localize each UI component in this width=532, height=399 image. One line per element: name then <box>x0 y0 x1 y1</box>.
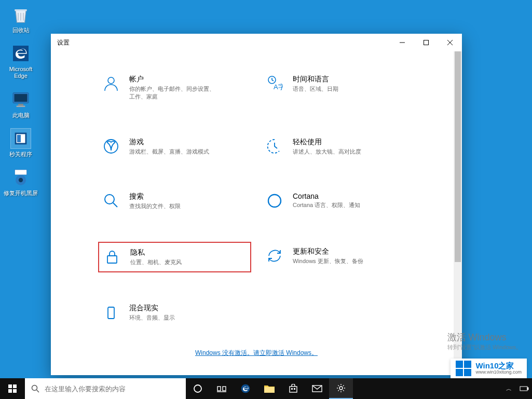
category-title: 时间和语言 <box>293 75 338 84</box>
icon-label: 回收站 <box>12 27 30 34</box>
brand-name: Win10之家 <box>475 362 522 370</box>
lock-icon <box>103 248 121 266</box>
recycle-bin-icon <box>10 4 31 25</box>
cortana-button[interactable] <box>186 378 210 399</box>
svg-rect-7 <box>15 170 26 175</box>
xbox-icon <box>102 137 120 155</box>
tray-chevron-up-icon[interactable]: ︿ <box>501 378 516 399</box>
svg-line-19 <box>113 203 117 207</box>
category-mixed-reality[interactable]: 混合现实 环境、音频、显示 <box>98 298 251 327</box>
search-input[interactable] <box>45 385 180 393</box>
taskbar-search[interactable] <box>25 378 186 399</box>
close-button[interactable] <box>438 34 462 51</box>
svg-rect-25 <box>8 389 12 393</box>
desktop-icon-quick-close[interactable]: 秒关程序 <box>3 128 38 158</box>
icon-label: 秒关程序 <box>9 151 32 158</box>
category-desc: 你的帐户、电子邮件、同步设置、工作、家庭 <box>129 85 217 101</box>
scrollbar[interactable]: ▲ ▼ <box>454 51 462 375</box>
watermark-title: 激活 Windows <box>447 331 522 343</box>
brand-url: www.win10xitong.com <box>475 370 522 375</box>
svg-point-38 <box>339 387 343 390</box>
svg-rect-3 <box>17 105 25 107</box>
icon-label: Microsoft Edge <box>9 66 33 79</box>
category-desc: 语音、区域、日期 <box>293 85 338 93</box>
svg-text:A字: A字 <box>274 83 283 91</box>
category-update-security[interactable]: 更新和安全 Windows 更新、恢复、备份 <box>262 242 415 272</box>
gear-icon <box>10 167 31 188</box>
task-view-button[interactable] <box>210 378 234 399</box>
category-desc: Windows 更新、恢复、备份 <box>293 257 363 265</box>
taskbar: ︿ <box>0 378 532 399</box>
svg-rect-34 <box>290 387 297 392</box>
file-explorer-icon[interactable] <box>257 378 281 399</box>
system-tray: ︿ <box>501 378 532 399</box>
category-title: 游戏 <box>129 137 209 147</box>
activation-link: Windows 没有激活。请立即激活 Windows。 <box>66 348 446 357</box>
app-icon <box>10 128 31 149</box>
category-cortana[interactable]: Cortana Cortana 语言、权限、通知 <box>262 187 415 215</box>
person-icon <box>102 75 120 92</box>
start-button[interactable] <box>0 378 25 399</box>
taskbar-apps <box>186 378 353 399</box>
svg-point-27 <box>32 386 37 391</box>
svg-rect-6 <box>17 135 21 142</box>
category-accounts[interactable]: 帐户 你的帐户、电子邮件、同步设置、工作、家庭 <box>98 70 251 106</box>
svg-rect-24 <box>13 384 17 388</box>
settings-body: 帐户 你的帐户、电子邮件、同步设置、工作、家庭 A字 时间和语言 语音、区域、日… <box>51 51 462 375</box>
category-search[interactable]: 搜索 查找我的文件、权限 <box>98 187 251 215</box>
maximize-button[interactable] <box>414 34 438 51</box>
category-title: 帐户 <box>129 75 217 84</box>
svg-rect-35 <box>291 388 293 390</box>
store-icon[interactable] <box>281 378 305 399</box>
svg-rect-21 <box>107 256 117 263</box>
ease-icon <box>266 137 283 155</box>
mail-icon[interactable] <box>305 378 329 399</box>
svg-rect-22 <box>108 307 114 319</box>
category-time-language[interactable]: A字 时间和语言 语音、区域、日期 <box>262 70 415 106</box>
svg-rect-31 <box>223 387 226 391</box>
svg-rect-26 <box>13 389 17 393</box>
monitor-icon <box>10 89 31 110</box>
minimize-button[interactable] <box>390 34 414 51</box>
svg-point-14 <box>108 77 114 84</box>
category-desc: 环境、音频、显示 <box>129 314 175 322</box>
svg-rect-36 <box>294 388 295 390</box>
svg-rect-39 <box>520 387 527 391</box>
activation-watermark: 激活 Windows 转到"设置"以激活 Windows。 <box>447 331 522 351</box>
desktop-icon-edge[interactable]: Microsoft Edge <box>3 43 38 79</box>
svg-point-20 <box>268 195 281 207</box>
window-title: 设置 <box>57 38 70 47</box>
category-privacy[interactable]: 隐私 位置、相机、麦克风 <box>98 242 251 272</box>
scrollbar-thumb[interactable] <box>455 51 461 262</box>
svg-rect-30 <box>217 387 221 391</box>
watermark-subtitle: 转到"设置"以激活 Windows。 <box>447 343 522 351</box>
brand-logo: Win10之家 www.win10xitong.com <box>451 359 527 378</box>
sync-icon <box>266 247 283 265</box>
category-desc: Cortana 语言、权限、通知 <box>293 201 360 209</box>
category-ease-of-access[interactable]: 轻松使用 讲述人、放大镜、高对比度 <box>262 132 415 161</box>
time-language-icon: A字 <box>266 75 283 92</box>
activate-windows-link[interactable]: Windows 没有激活。请立即激活 Windows。 <box>195 349 318 356</box>
edge-taskbar-icon[interactable] <box>234 378 257 399</box>
cortana-icon <box>266 192 283 210</box>
settings-taskbar-icon[interactable] <box>329 378 353 399</box>
titlebar: 设置 <box>51 34 462 51</box>
category-desc: 位置、相机、麦克风 <box>130 258 182 266</box>
desktop-icon-repair[interactable]: 修复开机黑屏 <box>3 167 38 197</box>
window-controls <box>390 34 462 51</box>
desktop-icon-this-pc[interactable]: 此电脑 <box>3 89 38 119</box>
category-title: 隐私 <box>130 248 182 257</box>
svg-line-28 <box>37 390 39 393</box>
tray-battery-icon[interactable] <box>516 378 532 399</box>
category-desc: 查找我的文件、权限 <box>129 202 181 210</box>
category-desc: 讲述人、放大镜、高对比度 <box>293 148 361 156</box>
desktop-icon-recycle-bin[interactable]: 回收站 <box>3 4 38 34</box>
svg-rect-2 <box>18 104 23 105</box>
category-gaming[interactable]: 游戏 游戏栏、截屏、直播、游戏模式 <box>98 132 251 161</box>
svg-point-9 <box>19 178 23 182</box>
search-icon <box>102 192 120 210</box>
category-title: 混合现实 <box>129 304 175 313</box>
svg-point-29 <box>194 385 201 392</box>
svg-rect-23 <box>8 384 12 388</box>
category-title: 轻松使用 <box>293 137 361 147</box>
